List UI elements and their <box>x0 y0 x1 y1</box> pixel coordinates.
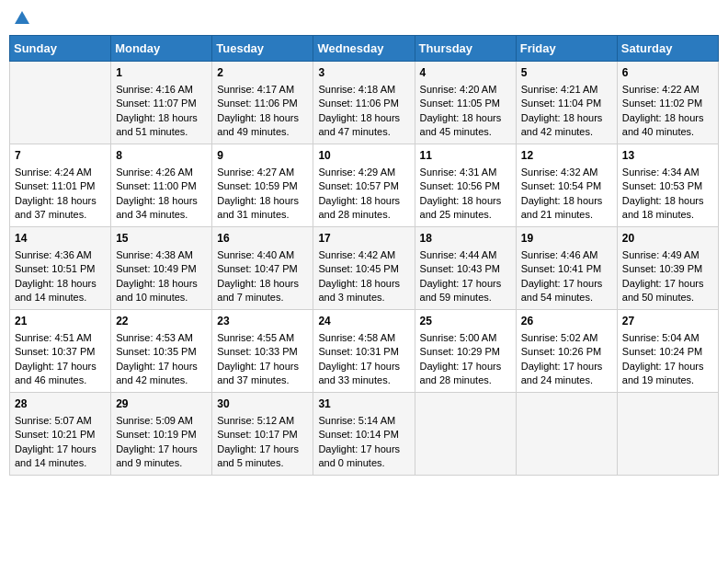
day-info-line: Sunrise: 4:20 AM <box>420 83 511 97</box>
calendar-cell: 10Sunrise: 4:29 AMSunset: 10:57 PMDaylig… <box>313 144 415 227</box>
day-info-line: Daylight: 18 hours <box>420 111 511 125</box>
day-info-line: Sunrise: 5:00 AM <box>420 331 511 345</box>
day-number: 6 <box>622 65 713 81</box>
day-number: 28 <box>15 396 106 412</box>
day-info-line: Sunset: 11:07 PM <box>116 97 207 110</box>
day-info-line: Sunset: 11:00 PM <box>116 179 207 193</box>
day-info-line: Sunrise: 4:32 AM <box>521 166 612 179</box>
day-info-line: and 14 minutes. <box>15 291 106 304</box>
day-info-line: Sunrise: 5:12 AM <box>217 414 308 428</box>
day-info-line: and 40 minutes. <box>622 125 713 139</box>
day-number: 27 <box>622 314 713 329</box>
day-number: 1 <box>116 65 207 81</box>
day-info-line: Daylight: 18 hours <box>420 194 511 208</box>
day-info-line: Sunrise: 4:44 AM <box>420 248 511 262</box>
day-info-line: Sunset: 10:59 PM <box>217 179 308 193</box>
logo <box>13 9 35 28</box>
day-info-line: and 50 minutes. <box>622 291 713 304</box>
day-number: 5 <box>521 65 612 81</box>
day-info-line: Daylight: 18 hours <box>217 111 308 125</box>
day-number: 23 <box>217 314 308 329</box>
day-info-line: Daylight: 17 hours <box>116 360 207 373</box>
day-number: 9 <box>217 148 308 164</box>
col-header-monday: Monday <box>111 36 212 62</box>
day-info-line: and 47 minutes. <box>318 125 409 139</box>
day-info-line: Sunrise: 4:36 AM <box>15 248 106 262</box>
calendar-cell: 16Sunrise: 4:40 AMSunset: 10:47 PMDaylig… <box>212 227 313 310</box>
calendar-cell <box>10 62 111 144</box>
day-info-line: and 21 minutes. <box>521 208 612 222</box>
day-info-line: Sunset: 10:33 PM <box>217 345 308 359</box>
day-info-line: Daylight: 18 hours <box>318 194 409 208</box>
day-number: 19 <box>521 231 612 247</box>
day-number: 29 <box>116 396 207 412</box>
day-info-line: Sunset: 10:49 PM <box>116 262 207 276</box>
day-info-line: Sunset: 10:19 PM <box>116 428 207 442</box>
day-info-line: Sunrise: 4:46 AM <box>521 248 612 262</box>
day-info-line: Sunrise: 4:27 AM <box>217 166 308 179</box>
calendar-cell: 4Sunrise: 4:20 AMSunset: 11:05 PMDayligh… <box>415 62 516 144</box>
day-info-line: Sunrise: 5:07 AM <box>15 414 106 428</box>
day-info-line: and 28 minutes. <box>318 208 409 222</box>
day-info-line: and 42 minutes. <box>521 125 612 139</box>
day-info-line: and 5 minutes. <box>217 456 308 470</box>
day-info-line: and 28 minutes. <box>420 373 511 387</box>
day-info-line: and 49 minutes. <box>217 125 308 139</box>
day-info-line: Daylight: 18 hours <box>116 194 207 208</box>
day-info-line: Sunset: 10:35 PM <box>116 345 207 359</box>
day-number: 21 <box>15 314 106 329</box>
col-header-tuesday: Tuesday <box>212 36 313 62</box>
col-header-saturday: Saturday <box>617 36 718 62</box>
day-info-line: Sunset: 11:05 PM <box>420 97 511 110</box>
day-info-line: Sunrise: 4:31 AM <box>420 166 511 179</box>
day-info-line: Daylight: 17 hours <box>116 442 207 456</box>
day-number: 10 <box>318 148 409 164</box>
day-info-line: Sunrise: 4:18 AM <box>318 83 409 97</box>
day-info-line: Sunrise: 5:14 AM <box>318 414 409 428</box>
day-info-line: Daylight: 17 hours <box>622 360 713 373</box>
day-info-line: Daylight: 18 hours <box>521 111 612 125</box>
day-info-line: Sunset: 11:02 PM <box>622 97 713 110</box>
calendar-cell: 28Sunrise: 5:07 AMSunset: 10:21 PMDaylig… <box>10 393 111 476</box>
day-info-line: and 34 minutes. <box>116 208 207 222</box>
calendar-cell: 19Sunrise: 4:46 AMSunset: 10:41 PMDaylig… <box>516 227 617 310</box>
col-header-wednesday: Wednesday <box>313 36 415 62</box>
day-info-line: and 14 minutes. <box>15 456 106 470</box>
day-info-line: Daylight: 18 hours <box>15 277 106 291</box>
day-info-line: Daylight: 17 hours <box>318 360 409 373</box>
day-info-line: Daylight: 17 hours <box>318 442 409 456</box>
day-info-line: Sunrise: 4:58 AM <box>318 331 409 345</box>
day-info-line: Daylight: 17 hours <box>420 277 511 291</box>
day-number: 25 <box>420 314 511 329</box>
calendar-table: SundayMondayTuesdayWednesdayThursdayFrid… <box>9 35 719 476</box>
calendar-cell: 15Sunrise: 4:38 AMSunset: 10:49 PMDaylig… <box>111 227 212 310</box>
day-info-line: Sunrise: 4:55 AM <box>217 331 308 345</box>
day-info-line: and 18 minutes. <box>622 208 713 222</box>
day-info-line: Sunrise: 5:09 AM <box>116 414 207 428</box>
calendar-cell: 2Sunrise: 4:17 AMSunset: 11:06 PMDayligh… <box>212 62 313 144</box>
day-info-line: Daylight: 17 hours <box>521 277 612 291</box>
day-info-line: and 7 minutes. <box>217 291 308 304</box>
calendar-cell: 23Sunrise: 4:55 AMSunset: 10:33 PMDaylig… <box>212 310 313 393</box>
day-info-line: Sunrise: 4:29 AM <box>318 166 409 179</box>
day-info-line: and 59 minutes. <box>420 291 511 304</box>
day-info-line: Sunset: 10:41 PM <box>521 262 612 276</box>
day-info-line: Sunset: 10:47 PM <box>217 262 308 276</box>
day-info-line: and 10 minutes. <box>116 291 207 304</box>
day-number: 7 <box>15 148 106 164</box>
day-info-line: Sunset: 10:14 PM <box>318 428 409 442</box>
day-info-line: Sunrise: 4:38 AM <box>116 248 207 262</box>
day-info-line: and 9 minutes. <box>116 456 207 470</box>
day-info-line: and 54 minutes. <box>521 291 612 304</box>
calendar-cell: 8Sunrise: 4:26 AMSunset: 11:00 PMDayligh… <box>111 144 212 227</box>
day-info-line: Sunrise: 4:42 AM <box>318 248 409 262</box>
day-info-line: Sunset: 10:45 PM <box>318 262 409 276</box>
day-info-line: Sunset: 10:26 PM <box>521 345 612 359</box>
day-info-line: Daylight: 17 hours <box>217 360 308 373</box>
day-info-line: Sunrise: 4:40 AM <box>217 248 308 262</box>
calendar-cell: 18Sunrise: 4:44 AMSunset: 10:43 PMDaylig… <box>415 227 516 310</box>
day-info-line: Sunrise: 5:04 AM <box>622 331 713 345</box>
calendar-cell: 17Sunrise: 4:42 AMSunset: 10:45 PMDaylig… <box>313 227 415 310</box>
day-info-line: and 51 minutes. <box>116 125 207 139</box>
day-info-line: Sunset: 10:51 PM <box>15 262 106 276</box>
